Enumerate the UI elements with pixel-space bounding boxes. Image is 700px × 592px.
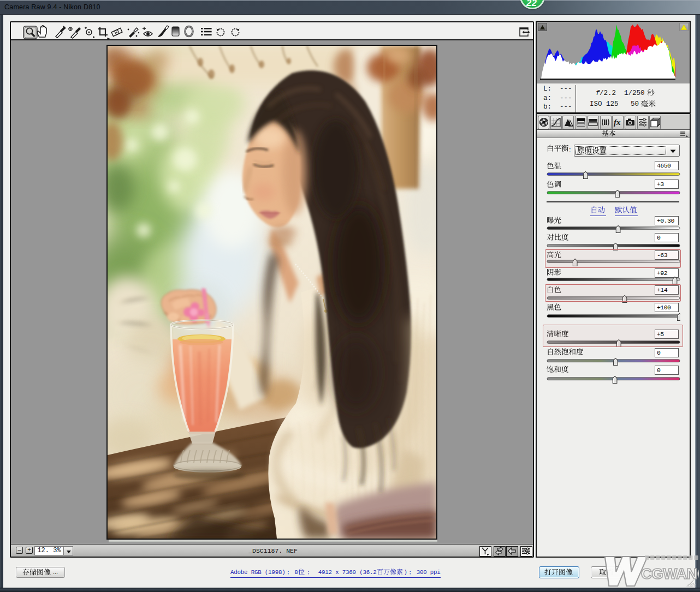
svg-text:fx: fx <box>614 118 621 127</box>
